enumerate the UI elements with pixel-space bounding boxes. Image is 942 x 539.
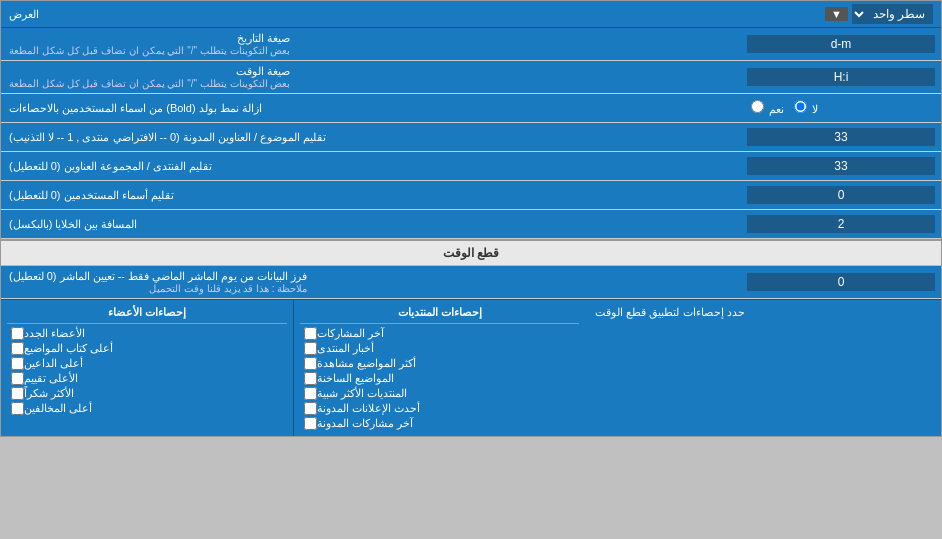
time-format-input-container [741,61,941,93]
stat-member-1: الأعضاء الجدد [7,327,287,340]
cell-spacing-row: المسافة بين الخلايا (بالبكسل) [1,210,941,239]
bold-remove-row: ازالة نمط بولد (Bold) من اسماء المستخدمي… [1,94,941,123]
stat-item-6: أحدث الإعلانات المدونة [300,402,580,415]
time-cut-input[interactable] [747,273,935,291]
forum-order-input-container [741,123,941,151]
bold-no-label: لا [792,100,818,116]
stats-container: حدد إحصاءات لتطبيق قطع الوقت إحصاءات الم… [1,299,941,436]
bold-remove-radio-container: لا نعم [741,94,941,122]
forum-group-order-input-container [741,152,941,180]
bold-yes-label: نعم [749,100,784,116]
user-trim-input-container [741,181,941,209]
stat-member-2: أعلى كتاب المواضيع [7,342,287,355]
forum-order-row: تقليم الموضوع / العناوين المدونة (0 -- ا… [1,123,941,152]
stat-member-checkbox-6[interactable] [11,402,24,415]
stat-member-5: الأكثر شكراً [7,387,287,400]
time-cut-input-container [741,266,941,298]
stats-limit-label-col: حدد إحصاءات لتطبيق قطع الوقت [585,300,941,436]
forum-order-input[interactable] [747,128,935,146]
stat-item-5: المنتديات الأكثر شبية [300,387,580,400]
stats-col-forums-header: إحصاءات المنتديات [300,304,580,324]
stats-col-forums: إحصاءات المنتديات آخر المشاركات أخبار ال… [293,300,586,436]
date-format-row: صيغة التاريخ بعض التكوينات يتطلب "/" الت… [1,28,941,61]
bold-no-radio[interactable] [794,100,807,113]
stat-member-3: أعلى الداعين [7,357,287,370]
time-cut-row: فرز البيانات من يوم الماشر الماضي فقط --… [1,266,941,299]
time-format-label: صيغة الوقت بعض التكوينات يتطلب "/" التي … [1,61,741,93]
stat-item-7: آخر مشاركات المدونة [300,417,580,430]
stat-member-checkbox-5[interactable] [11,387,24,400]
stat-checkbox-7[interactable] [304,417,317,430]
cell-spacing-label: المسافة بين الخلايا (بالبكسل) [1,210,741,238]
stat-checkbox-5[interactable] [304,387,317,400]
bold-yes-radio[interactable] [751,100,764,113]
forum-group-order-input[interactable] [747,157,935,175]
stat-member-checkbox-3[interactable] [11,357,24,370]
user-trim-label: تقليم أسماء المستخدمين (0 للتعطيل) [1,181,741,209]
stat-member-4: الأعلى تقييم [7,372,287,385]
stat-checkbox-1[interactable] [304,327,317,340]
header-input: سطر واحدسطرينثلاثة أسطر ▼ [825,4,933,24]
date-format-input-container [741,28,941,60]
forum-group-order-label: تقليم الفنتدى / المجموعة العناوين (0 للت… [1,152,741,180]
time-cut-header: قطع الوقت [1,239,941,266]
forum-order-label: تقليم الموضوع / العناوين المدونة (0 -- ا… [1,123,741,151]
stat-checkbox-2[interactable] [304,342,317,355]
stat-member-checkbox-1[interactable] [11,327,24,340]
date-format-input[interactable] [747,35,935,53]
stats-col-members-header: إحصاءات الأعضاء [7,304,287,324]
time-cut-label: فرز البيانات من يوم الماشر الماضي فقط --… [1,266,741,298]
cell-spacing-input[interactable] [747,215,935,233]
bold-remove-label: ازالة نمط بولد (Bold) من اسماء المستخدمي… [1,94,741,122]
user-trim-input[interactable] [747,186,935,204]
mode-select-arrow[interactable]: ▼ [825,7,848,21]
stat-item-4: المواضيع الساخنة [300,372,580,385]
stats-col-members: إحصاءات الأعضاء الأعضاء الجدد أعلى كتاب … [1,300,293,436]
time-format-input[interactable] [747,68,935,86]
header-row: العرض سطر واحدسطرينثلاثة أسطر ▼ [1,1,941,28]
stat-checkbox-4[interactable] [304,372,317,385]
forum-group-order-row: تقليم الفنتدى / المجموعة العناوين (0 للت… [1,152,941,181]
stat-member-checkbox-4[interactable] [11,372,24,385]
stat-item-1: آخر المشاركات [300,327,580,340]
stat-item-2: أخبار المنتدى [300,342,580,355]
cell-spacing-input-container [741,210,941,238]
stat-member-checkbox-2[interactable] [11,342,24,355]
stat-checkbox-6[interactable] [304,402,317,415]
date-format-label: صيغة التاريخ بعض التكوينات يتطلب "/" الت… [1,28,741,60]
stat-item-3: أكثر المواضيع مشاهدة [300,357,580,370]
mode-select[interactable]: سطر واحدسطرينثلاثة أسطر [852,4,933,24]
user-trim-row: تقليم أسماء المستخدمين (0 للتعطيل) [1,181,941,210]
stat-checkbox-3[interactable] [304,357,317,370]
main-container: العرض سطر واحدسطرينثلاثة أسطر ▼ صيغة الت… [0,0,942,437]
header-label: العرض [9,8,39,21]
time-format-row: صيغة الوقت بعض التكوينات يتطلب "/" التي … [1,61,941,94]
stat-member-6: أعلى المخالفين [7,402,287,415]
